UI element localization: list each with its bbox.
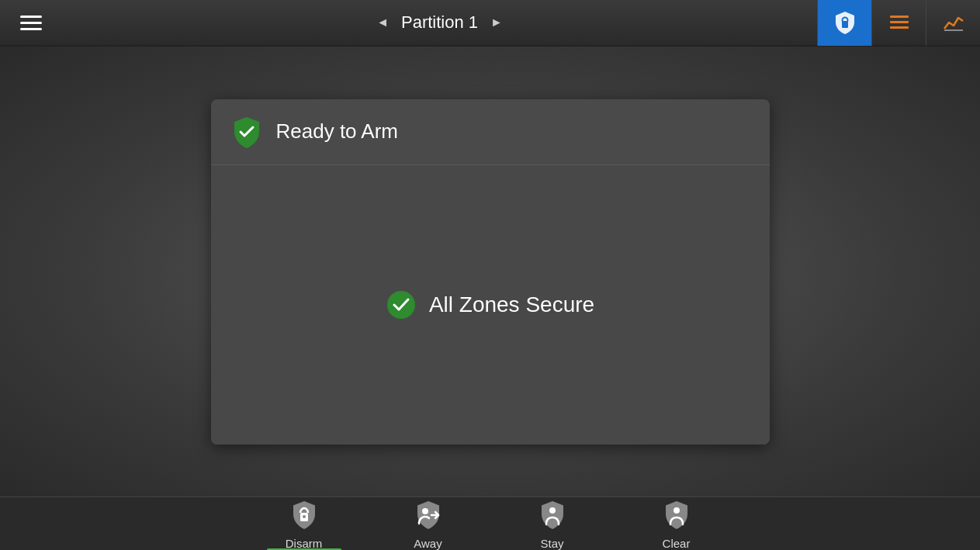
stay-icon — [535, 498, 570, 532]
list-icon — [887, 10, 912, 35]
svg-rect-5 — [890, 26, 909, 29]
main-content: Ready to Arm All Zones Secure — [0, 47, 980, 496]
stay-button[interactable]: Stay — [490, 497, 615, 551]
partition-title: Partition 1 — [401, 12, 478, 33]
clear-button[interactable]: Clear — [615, 497, 739, 551]
nav-security-button[interactable] — [817, 0, 871, 46]
away-label: Away — [414, 537, 442, 550]
check-circle-icon — [386, 289, 417, 320]
status-body: All Zones Secure — [211, 165, 770, 444]
all-zones-secure-label: All Zones Secure — [429, 292, 594, 317]
away-button[interactable]: Away — [366, 497, 490, 551]
disarm-button[interactable]: Disarm — [242, 497, 366, 551]
action-bar: Disarm Away Stay Clear — [0, 496, 980, 550]
svg-point-10 — [422, 508, 428, 514]
svg-point-2 — [843, 23, 846, 26]
zones-secure-indicator: All Zones Secure — [386, 289, 594, 320]
away-icon — [411, 498, 445, 532]
clear-icon — [660, 498, 694, 532]
chart-icon — [941, 10, 966, 35]
svg-point-9 — [303, 515, 306, 518]
nav-chart-button[interactable] — [926, 0, 980, 46]
clear-label: Clear — [663, 537, 691, 550]
partition-next-arrow[interactable]: ► — [490, 16, 503, 29]
shield-check-icon — [230, 115, 264, 149]
nav-list-button[interactable] — [871, 0, 926, 46]
hamburger-icon[interactable] — [20, 16, 42, 30]
svg-rect-4 — [890, 21, 909, 23]
header: ◄ Partition 1 ► — [0, 0, 980, 47]
stay-label: Stay — [540, 537, 563, 550]
partition-nav: ◄ Partition 1 ► — [62, 12, 817, 33]
menu-button[interactable] — [0, 16, 62, 30]
disarm-label: Disarm — [286, 537, 323, 550]
svg-rect-3 — [890, 16, 909, 18]
partition-prev-arrow[interactable]: ◄ — [376, 16, 389, 29]
status-panel: Ready to Arm All Zones Secure — [211, 99, 770, 444]
header-nav-icons — [817, 0, 980, 46]
svg-point-12 — [549, 507, 556, 514]
svg-point-13 — [674, 507, 680, 514]
status-header: Ready to Arm — [211, 99, 770, 165]
lock-shield-icon — [833, 10, 857, 35]
svg-point-7 — [387, 291, 415, 319]
ready-to-arm-label: Ready to Arm — [276, 119, 399, 144]
disarm-icon — [287, 498, 321, 532]
